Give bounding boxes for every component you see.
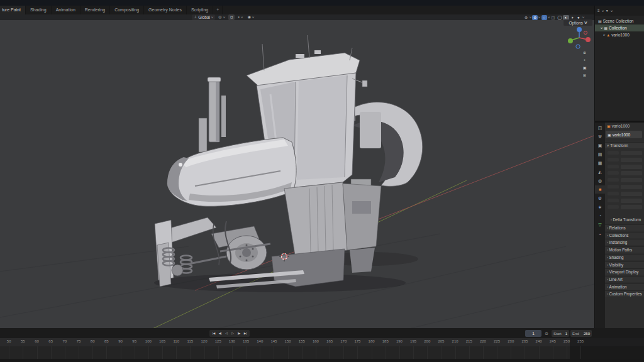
workspace-tab-geometry-nodes[interactable]: Geometry Nodes <box>144 6 187 14</box>
disclosure-icon[interactable]: ▸ <box>604 33 606 36</box>
timeline-channels[interactable] <box>0 346 644 359</box>
start-label: Start <box>553 332 562 336</box>
timeline-scrollbar[interactable] <box>0 359 644 362</box>
panel-header-line-art[interactable]: ›Line Art <box>605 276 644 282</box>
properties-tab-view-layer[interactable]: ▦ <box>595 159 605 167</box>
show-gizmo-toggle[interactable]: ⊕ <box>532 15 538 20</box>
workspace-tab-compositing[interactable]: Compositing <box>110 6 144 14</box>
properties-tab-particles[interactable]: ∗ <box>595 203 605 211</box>
panel-header-instancing[interactable]: ›Instancing <box>605 239 644 245</box>
properties-tab-output[interactable]: ▤ <box>595 150 605 158</box>
perspective-toggle-icon[interactable]: ⊞ <box>582 72 587 77</box>
ruler-tick-105: 105 <box>158 339 167 343</box>
properties-tab-editor-type[interactable]: ◫ <box>595 124 605 132</box>
ruler-tick-115: 115 <box>186 339 194 343</box>
jump-to-end-button[interactable]: ▶| <box>242 330 248 337</box>
transform-field-input[interactable] <box>621 178 642 182</box>
gizmo-dropdown-icon[interactable]: ⊕ <box>523 15 529 20</box>
panel-header-visibility[interactable]: ›Visibility <box>605 261 644 268</box>
panel-header-custom-properties[interactable]: ›Custom Properties <box>605 290 644 297</box>
pan-icon[interactable]: + <box>582 57 587 62</box>
jump-to-start-button[interactable]: |◀ <box>211 330 217 337</box>
show-overlays-toggle[interactable]: ◌ <box>541 15 547 20</box>
workspace-tab-animation[interactable]: Animation <box>52 6 80 14</box>
options-dropdown[interactable]: Options ∨ <box>564 19 592 26</box>
properties-tab-object-data[interactable]: ▽ <box>595 221 605 229</box>
play-reverse-button[interactable]: ◁ <box>223 330 230 337</box>
chevron-down-icon[interactable]: ∨ <box>610 9 613 13</box>
frame-gridline <box>37 346 38 359</box>
gizmo-z-axis[interactable] <box>577 27 582 32</box>
transform-field-input[interactable] <box>621 205 642 209</box>
workspace-tab-ture-paint[interactable]: ture Paint <box>0 6 26 14</box>
transform-field-input[interactable] <box>621 171 642 175</box>
navigation-gizmo[interactable] <box>568 27 591 48</box>
chevron-down-icon[interactable]: ∨ <box>529 16 532 19</box>
transform-field-input[interactable] <box>621 158 642 162</box>
3d-viewport[interactable]: ⊕ + ▣ ⊞ <box>0 14 594 328</box>
zoom-icon[interactable]: ⊕ <box>582 50 587 55</box>
outliner-row-vario1000[interactable]: ▸ ▲ vario1000 ⚒ <box>595 31 644 38</box>
auto-keying-icon[interactable]: ⊙ <box>543 330 550 337</box>
gizmo-x-neg[interactable] <box>584 31 587 34</box>
ruler-tick-250: 250 <box>562 339 571 343</box>
snap-target-dropdown[interactable]: ▪ ∨ <box>236 14 244 20</box>
panel-header-collections[interactable]: ›Collections <box>605 232 644 238</box>
properties-tab-modifiers[interactable]: ⚙ <box>595 194 605 202</box>
transform-orientation-dropdown[interactable]: ⊥ Global ∨ <box>192 14 215 20</box>
gizmo-z-neg[interactable] <box>576 45 580 48</box>
properties-tab-object[interactable]: ■ <box>595 185 605 194</box>
panel-header-shading[interactable]: ›Shading <box>605 254 644 260</box>
jump-to-next-keyframe-button[interactable]: |▶ <box>236 330 242 337</box>
snap-toggle[interactable]: Ω <box>228 14 235 20</box>
magnet-icon: Ω <box>230 14 233 20</box>
properties-tab-material[interactable]: ◒ <box>595 229 605 238</box>
workspace-tab-shading[interactable]: Shading <box>26 6 52 14</box>
transform-field-input[interactable] <box>621 185 642 189</box>
proportional-editing-dropdown[interactable]: ◉ ∨ <box>246 14 257 20</box>
add-workspace-tab[interactable]: + <box>213 6 223 14</box>
transform-field-input[interactable] <box>621 199 642 203</box>
properties-tab-render[interactable]: ▣ <box>595 141 605 150</box>
frame-start-field[interactable]: Start 1 <box>552 330 569 337</box>
disclosure-icon[interactable]: ∨ <box>600 26 603 30</box>
transform-field-input[interactable] <box>621 192 642 196</box>
display-mode-icon[interactable]: ≡ <box>597 8 600 14</box>
frame-end-field[interactable]: End 250 <box>570 330 592 337</box>
gizmo-x-axis[interactable] <box>586 37 591 42</box>
chevron-down-icon[interactable]: ∨ <box>582 16 585 19</box>
properties-tab-physics[interactable]: ◔ <box>595 212 605 220</box>
pivot-icon: ◎ <box>218 14 221 20</box>
ruler-tick-170: 170 <box>339 339 348 343</box>
panel-header-animation[interactable]: ›Animation <box>605 283 644 290</box>
ruler-tick-60: 60 <box>33 339 42 343</box>
transform-panel-header[interactable]: ∨ Transform <box>605 142 644 148</box>
workspace-tab-rendering[interactable]: Rendering <box>80 6 110 14</box>
shading-wireframe-button[interactable]: ◯ <box>557 15 563 20</box>
chevron-down-icon[interactable]: ∨ <box>538 16 541 19</box>
transform-field-input[interactable] <box>621 151 642 155</box>
panel-header-relations[interactable]: ›Relations <box>605 224 644 231</box>
properties-tab-scene[interactable]: ◭ <box>595 168 605 176</box>
gizmo-y-axis[interactable] <box>568 38 573 43</box>
workspace-tab-scripting[interactable]: Scripting <box>187 6 213 14</box>
panel-header-viewport-display[interactable]: ›Viewport Display <box>605 268 644 275</box>
transform-field-input[interactable] <box>621 165 642 169</box>
object-name-field[interactable]: ▣ vario1000 <box>606 131 642 138</box>
panel-header-motion-paths[interactable]: ›Motion Paths <box>605 246 644 253</box>
chevron-down-icon[interactable]: ∨ <box>547 16 550 19</box>
delta-transform-panel-header[interactable]: › Delta Transform <box>605 216 644 222</box>
play-button[interactable]: ▷ <box>230 330 236 337</box>
filter-icon[interactable]: ▼ <box>606 8 609 14</box>
properties-tab-tool[interactable]: ⚒ <box>595 133 605 141</box>
outliner-row-scene-collection[interactable]: ▤ Scene Collection <box>595 18 644 25</box>
jump-to-prev-keyframe-button[interactable]: ◀| <box>217 330 223 337</box>
tractor-model[interactable] <box>155 35 423 288</box>
chevron-down-icon[interactable]: ∨ <box>601 9 604 13</box>
camera-view-icon[interactable]: ▣ <box>582 65 587 70</box>
xray-toggle[interactable]: ◫ <box>550 15 556 20</box>
outliner-row-collection[interactable]: ∨ ▦ Collection <box>595 25 644 31</box>
pivot-point-dropdown[interactable]: ◎ ∨ <box>216 14 227 20</box>
properties-tab-world[interactable]: ◍ <box>595 177 605 185</box>
current-frame-field[interactable]: 1 <box>525 330 541 337</box>
